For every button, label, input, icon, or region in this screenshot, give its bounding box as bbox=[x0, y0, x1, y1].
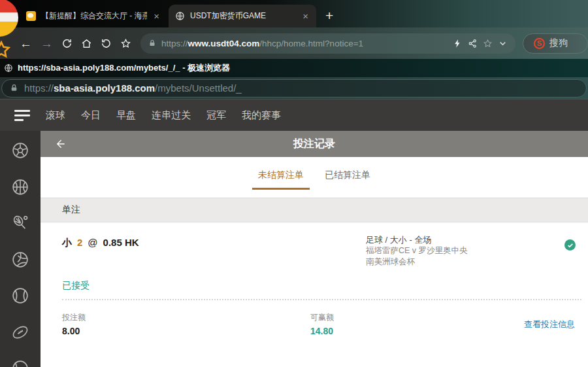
baseball-icon[interactable] bbox=[11, 287, 29, 305]
popup-address-bar[interactable]: https://sba-asia.poly188.com/mybets/Unse… bbox=[1, 79, 587, 97]
pick-label: 小 bbox=[62, 237, 72, 249]
reload-icon[interactable] bbox=[61, 38, 73, 49]
address-url: https://www.usdt04.com/hhcp/home.html?no… bbox=[161, 39, 448, 48]
tab-unsettled[interactable]: 未结算注单 bbox=[257, 169, 305, 190]
nav-parlay[interactable]: 连串过关 bbox=[152, 109, 191, 122]
match-info: 足球 / 大小 - 全场 福塔雷萨CE v 罗沙里奥中央 南美洲球会杯 bbox=[366, 234, 468, 268]
url-domain: www.usdt04.com bbox=[188, 39, 260, 48]
nav-early[interactable]: 早盘 bbox=[116, 109, 136, 122]
browser-toolbar: ← → https://www.usdt04.com/hhcp/home.htm… bbox=[0, 27, 588, 59]
win-value: 14.80 bbox=[310, 326, 334, 336]
sogou-label: 搜狗 bbox=[549, 37, 568, 49]
sports-sidebar bbox=[0, 131, 41, 367]
odds-value: 0.85 HK bbox=[103, 237, 139, 248]
nav-live[interactable]: 滚球 bbox=[46, 109, 65, 122]
bet-tabs: 未结算注单 已结算注单 bbox=[41, 157, 588, 194]
body: 投注记录 未结算注单 已结算注单 单注 小 2 @ 0.85 HK 足球 / 大… bbox=[0, 131, 588, 367]
chevron-down-icon[interactable] bbox=[498, 39, 508, 48]
close-icon[interactable]: × bbox=[152, 11, 161, 21]
bet-status: 已接受 bbox=[62, 280, 90, 292]
volleyball-icon[interactable] bbox=[11, 251, 29, 269]
bet-records-page: 投注记录 未结算注单 已结算注单 单注 小 2 @ 0.85 HK 足球 / 大… bbox=[41, 131, 588, 367]
address-bar[interactable]: https://www.usdt04.com/hhcp/home.html?no… bbox=[140, 33, 515, 54]
browser-tab-usdt-game[interactable]: USDT加密货币GAME × bbox=[169, 5, 316, 27]
tennis-icon[interactable] bbox=[11, 214, 29, 232]
corner-star-icon bbox=[0, 39, 12, 63]
american-football-icon[interactable] bbox=[11, 323, 29, 341]
url-path: /mybets/Unsettled/_ bbox=[155, 82, 242, 94]
soccer-icon[interactable] bbox=[11, 141, 29, 160]
new-tab-button[interactable]: + bbox=[325, 8, 333, 24]
globe-icon bbox=[4, 63, 13, 73]
nav-outright[interactable]: 冠军 bbox=[206, 109, 226, 122]
browser-tab-forum[interactable]: 【新提醒】综合交流大厅 - 海燕 × bbox=[20, 5, 167, 27]
league-name: 南美洲球会杯 bbox=[366, 256, 468, 268]
accepted-check-icon bbox=[564, 239, 576, 251]
page-title: 投注记录 bbox=[41, 137, 588, 151]
page-header: 投注记录 bbox=[41, 131, 588, 157]
tab-title: 【新提醒】综合交流大厅 - 海燕 bbox=[41, 10, 147, 22]
tab-settled[interactable]: 已结算注单 bbox=[323, 169, 372, 190]
popup-address-row: https://sba-asia.poly188.com/mybets/Unse… bbox=[0, 77, 588, 99]
lock-icon bbox=[10, 84, 18, 92]
nav-today[interactable]: 今日 bbox=[81, 109, 101, 122]
lightning-icon[interactable] bbox=[453, 39, 463, 48]
share-icon[interactable] bbox=[468, 39, 478, 48]
url-path: /hhcp/home.html?notice=1 bbox=[259, 39, 363, 48]
url-domain: sba-asia.poly188.com bbox=[54, 82, 155, 94]
win-label: 可赢额 bbox=[310, 312, 334, 323]
stake-label: 投注额 bbox=[62, 312, 86, 323]
popup-url: https://sba-asia.poly188.com/mybets/Unse… bbox=[24, 82, 242, 94]
stake-value: 8.00 bbox=[62, 326, 86, 336]
view-bet-info-link[interactable]: 查看投注信息 bbox=[524, 319, 575, 330]
sport-nav-bar: 滚球 今日 早盘 连串过关 冠军 我的赛事 bbox=[0, 99, 588, 131]
tab-title: USDT加密货币GAME bbox=[190, 10, 296, 22]
win-column: 可赢额 14.80 bbox=[310, 312, 334, 336]
lock-icon bbox=[148, 39, 156, 47]
popup-window-titlebar: https://sba-asia.poly188.com/mybets/_/_ … bbox=[0, 59, 588, 77]
section-header-single-bet: 单注 bbox=[41, 198, 588, 222]
forward-button[interactable]: → bbox=[41, 37, 53, 50]
market-name: 足球 / 大小 - 全场 bbox=[366, 234, 468, 245]
globe-icon bbox=[175, 11, 185, 21]
home-icon[interactable] bbox=[81, 38, 92, 49]
popup-window-title: https://sba-asia.poly188.com/mybets/_/_ … bbox=[18, 62, 230, 74]
url-scheme: https:// bbox=[161, 39, 188, 48]
basketball-icon[interactable] bbox=[11, 178, 29, 196]
stake-column: 投注额 8.00 bbox=[62, 312, 86, 336]
browser-tab-bar: 【新提醒】综合交流大厅 - 海燕 × USDT加密货币GAME × + bbox=[0, 0, 588, 27]
undo-icon[interactable] bbox=[101, 38, 112, 49]
sogou-logo-icon: S bbox=[534, 38, 545, 49]
bookmark-star-icon[interactable] bbox=[120, 38, 131, 49]
at-symbol: @ bbox=[88, 237, 97, 248]
back-button[interactable]: ← bbox=[20, 37, 32, 50]
close-icon[interactable]: × bbox=[301, 11, 310, 21]
match-teams: 福塔雷萨CE v 罗沙里奥中央 bbox=[366, 245, 468, 256]
handicap-line: 2 bbox=[77, 237, 82, 248]
sport-icon-partial[interactable] bbox=[11, 359, 29, 367]
dotted-divider bbox=[62, 299, 581, 300]
screen: 【新提醒】综合交流大厅 - 海燕 × USDT加密货币GAME × + ← → bbox=[0, 0, 588, 367]
sogou-search-button[interactable]: S 搜狗 bbox=[523, 33, 588, 54]
menu-icon[interactable] bbox=[14, 110, 30, 121]
bet-selection: 小 2 @ 0.85 HK bbox=[62, 237, 139, 249]
nav-my-events[interactable]: 我的赛事 bbox=[242, 109, 281, 122]
url-scheme: https:// bbox=[24, 82, 54, 94]
chat-favicon-icon bbox=[26, 11, 36, 21]
favorite-star-icon[interactable] bbox=[483, 39, 493, 48]
